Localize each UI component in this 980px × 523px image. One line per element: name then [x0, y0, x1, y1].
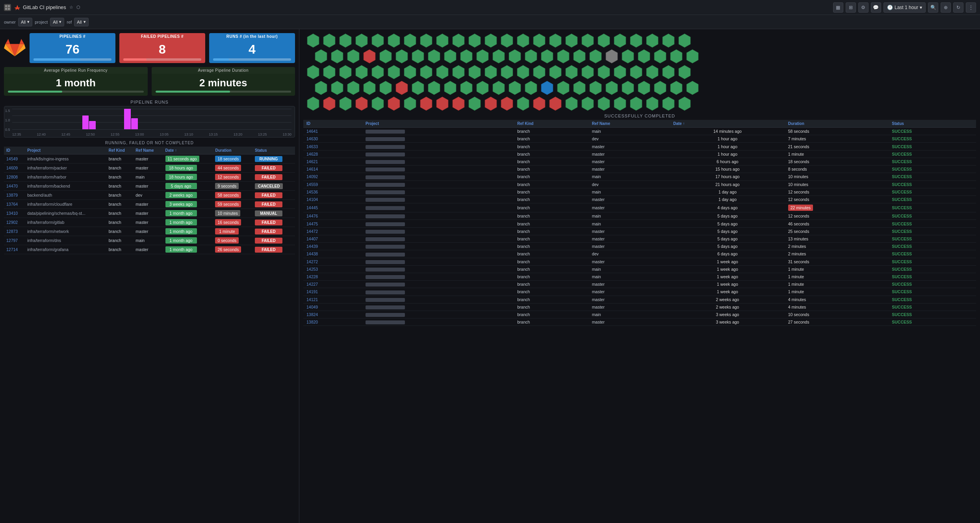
cell-id[interactable]: 14641 [303, 128, 362, 135]
hexagon[interactable] [596, 33, 611, 48]
hexagon[interactable] [645, 96, 660, 111]
cell-id[interactable]: 14049 [303, 303, 362, 311]
cell-id[interactable]: 14121 [303, 296, 362, 303]
hexagon[interactable] [338, 96, 353, 111]
table-row[interactable]: 14470 infra/terraform/backend branch mas… [4, 182, 295, 191]
hexagon[interactable] [540, 80, 555, 95]
hexagon[interactable] [516, 33, 531, 48]
cell-id[interactable]: 14628 [303, 150, 362, 158]
hexagon[interactable] [435, 33, 450, 48]
hexagon[interactable] [314, 80, 329, 95]
hexagon[interactable] [620, 80, 635, 95]
cell-id[interactable]: 13820 [303, 318, 362, 326]
hexagon[interactable] [556, 49, 571, 64]
hexagon[interactable] [564, 96, 579, 111]
cell-id[interactable]: 12797 [4, 236, 25, 245]
hexagon[interactable] [427, 80, 442, 95]
hexagon[interactable] [499, 65, 514, 80]
more-icon[interactable]: ⋮ [966, 2, 976, 13]
hexagon[interactable] [459, 49, 474, 64]
star-icon[interactable]: ☆ [69, 5, 73, 10]
table-row[interactable]: 14472 branch master 5 days ago 25 second… [303, 227, 976, 235]
cell-id[interactable]: 14536 [303, 188, 362, 195]
hexagon[interactable] [523, 49, 538, 64]
comment-icon[interactable]: 💬 [871, 2, 881, 13]
hexagon[interactable] [612, 65, 627, 80]
cell-id[interactable]: 14272 [303, 258, 362, 265]
cell-id[interactable]: 14407 [303, 235, 362, 242]
hexagon[interactable] [443, 49, 458, 64]
table-row[interactable]: 14092 branch main 17 hours ago 10 minute… [303, 173, 976, 181]
cell-id[interactable]: 14609 [4, 164, 25, 173]
hexagon[interactable] [564, 33, 579, 48]
table-row[interactable]: 14475 branch main 5 days ago 46 seconds … [303, 220, 976, 227]
table-row[interactable]: 12873 infra/terraform/network branch mas… [4, 227, 295, 236]
cell-id[interactable]: 14445 [303, 203, 362, 212]
cell-id[interactable]: 13410 [4, 209, 25, 218]
hexagon[interactable] [499, 33, 514, 48]
share-icon[interactable]: ⬡ [76, 5, 80, 10]
hexagon[interactable] [419, 96, 434, 111]
hexagon[interactable] [403, 33, 418, 48]
table-row[interactable]: 14445 branch master 4 days ago 22 minute… [303, 203, 976, 212]
hexagon[interactable] [306, 96, 321, 111]
table-row[interactable]: 13764 infra/terraform/cloudflare branch … [4, 200, 295, 209]
hexagon[interactable] [475, 49, 490, 64]
hexagon[interactable] [386, 33, 401, 48]
hexagon[interactable] [548, 33, 563, 48]
hexagon[interactable] [354, 65, 369, 80]
hexagon[interactable] [677, 96, 692, 111]
hexagon[interactable] [637, 49, 651, 64]
hexagon[interactable] [677, 33, 692, 48]
hexagon[interactable] [532, 96, 547, 111]
hexagon[interactable] [370, 65, 385, 80]
hexagon[interactable] [499, 96, 514, 111]
hexagon[interactable] [677, 65, 692, 80]
cell-id[interactable]: 14633 [303, 143, 362, 150]
hexagon[interactable] [653, 49, 668, 64]
hexagon[interactable] [475, 80, 490, 95]
cell-id[interactable]: 14630 [303, 135, 362, 143]
table-row[interactable]: 14559 branch dev 21 hours ago 10 minutes… [303, 181, 976, 188]
hexagon[interactable] [322, 33, 337, 48]
hexagon[interactable] [354, 33, 369, 48]
hexagon[interactable] [386, 96, 401, 111]
cell-id[interactable]: 13824 [303, 311, 362, 318]
table-row[interactable]: 14614 branch master 15 hours ago 8 secon… [303, 166, 976, 173]
table-row[interactable]: 14049 branch master 2 weeks ago 4 minute… [303, 303, 976, 311]
hexagon[interactable] [306, 65, 321, 80]
table-row[interactable]: 12902 infra/terraform/gitlab branch mast… [4, 218, 295, 227]
hexagon[interactable] [645, 33, 660, 48]
hexagon[interactable] [669, 49, 684, 64]
hexagon[interactable] [483, 65, 498, 80]
table-row[interactable]: 14228 branch main 1 week ago 1 minute SU… [303, 273, 976, 280]
hexagon[interactable] [346, 49, 361, 64]
table-row[interactable]: 14476 branch main 5 days ago 12 seconds … [303, 212, 976, 220]
grid-icon[interactable]: ⊞ [846, 2, 856, 13]
hexagon[interactable] [661, 96, 676, 111]
cell-id[interactable]: 14227 [303, 281, 362, 288]
table-row[interactable]: 14549 infra/k8s/nginx-ingress branch mas… [4, 154, 295, 164]
cell-id[interactable]: 13764 [4, 200, 25, 209]
hexagon[interactable] [629, 33, 644, 48]
cell-id[interactable]: 12873 [4, 227, 25, 236]
hexagon[interactable] [661, 65, 676, 80]
cell-id[interactable]: 14228 [303, 273, 362, 280]
ref-filter-select[interactable]: All ▾ [74, 18, 88, 26]
table-row[interactable]: 14272 branch master 1 week ago 31 second… [303, 258, 976, 265]
table-row[interactable]: 14253 branch main 1 week ago 1 minute SU… [303, 265, 976, 273]
table-row[interactable]: 14439 branch master 5 days ago 2 minutes… [303, 243, 976, 250]
hexagon[interactable] [580, 96, 595, 111]
owner-filter-select[interactable]: All ▾ [18, 18, 32, 26]
hexagon[interactable] [629, 96, 644, 111]
table-row[interactable]: 14630 branch dev 1 hour ago 7 minutes SU… [303, 135, 976, 143]
hexagon[interactable] [435, 96, 450, 111]
table-row[interactable]: 14191 branch master 1 week ago 1 minute … [303, 288, 976, 296]
table-row[interactable]: 12808 infra/terraform/harbor branch main… [4, 173, 295, 182]
cell-id[interactable]: 12902 [4, 218, 25, 227]
hexagon[interactable] [532, 65, 547, 80]
hexagon[interactable] [370, 96, 385, 111]
hexagon[interactable] [572, 80, 587, 95]
hexagon[interactable] [669, 80, 684, 95]
time-range-picker[interactable]: 🕐 Last 1 hour ▾ [883, 2, 926, 13]
